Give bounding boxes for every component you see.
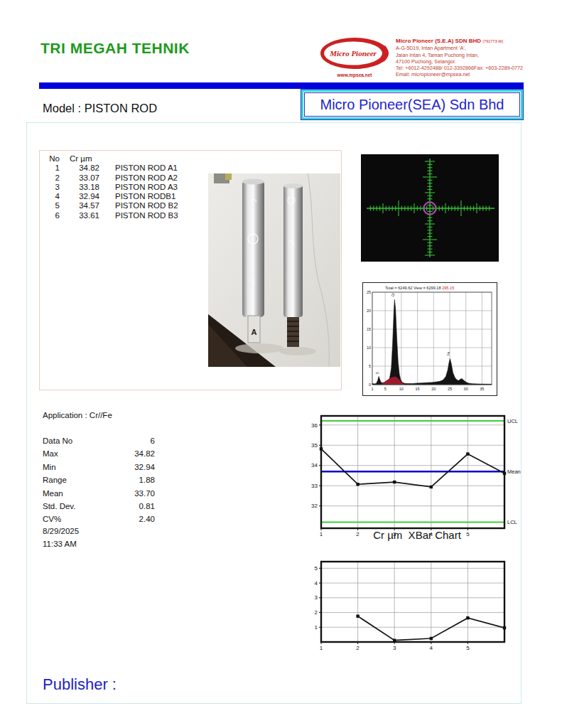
piston-rods-photo: A — [208, 173, 340, 367]
column-header-crum: Cr µm — [67, 154, 99, 164]
svg-text:20: 20 — [367, 309, 371, 313]
svg-text:4: 4 — [315, 580, 318, 587]
stat-row: Mean33.70 — [43, 489, 155, 502]
rod-a-marking: A — [252, 328, 257, 336]
report-page: TRI MEGAH TEHNIK Micro Pioneer www.mpsea… — [0, 0, 562, 728]
svg-text:1: 1 — [315, 624, 318, 631]
table-header-row: No Cr µm — [45, 154, 178, 164]
statistics-block: Data No6Max34.82Min32.94Range1.88Mean33.… — [43, 437, 155, 528]
company-name-text: Micro Pioneer(SEA) Sdn Bhd — [320, 97, 504, 113]
stat-row: Max34.82 — [43, 449, 155, 462]
header-divider-bar — [39, 82, 524, 89]
svg-text:30: 30 — [464, 387, 468, 391]
model-label: Model : PISTON ROD — [43, 102, 157, 115]
measurement-rows: 134.82PISTON ROD A1233.07PISTON ROD A233… — [45, 164, 178, 220]
svg-text:4: 4 — [430, 645, 433, 651]
svg-text:10: 10 — [367, 346, 371, 350]
svg-text:2: 2 — [356, 645, 360, 651]
svg-text:5: 5 — [466, 645, 470, 651]
xbar-chart-title: Cr µm XBar Chart — [328, 529, 506, 541]
svg-text:Total = 6249.62 View = 6299.18: Total = 6249.62 View = 6299.18 295.15 — [385, 286, 454, 290]
svg-text:36: 36 — [311, 422, 318, 429]
stat-row: Min32.94 — [43, 463, 155, 476]
svg-text:2: 2 — [315, 609, 318, 616]
svg-text:UCL: UCL — [507, 418, 518, 424]
address-line: Email: micropioneer@mpsea.net — [396, 71, 531, 77]
table-row: 633.61PISTON ROD B3 — [45, 211, 178, 220]
report-date: 8/29/2025 — [43, 527, 79, 535]
reticle-camera-view — [361, 154, 499, 262]
address-line: A-G-5D19, Intan Apartment 'A', — [396, 45, 531, 51]
address-line: Tel: +6012-4292488/ 012-3392866Fax: +603… — [396, 65, 531, 71]
table-row: 333.18PISTON ROD A3 — [45, 183, 178, 192]
svg-text:3: 3 — [393, 645, 396, 651]
svg-text:35: 35 — [480, 387, 484, 391]
measurement-table: No Cr µm 134.82PISTON ROD A1233.07PISTON… — [45, 154, 178, 220]
logo-text: Micro Pioneer — [329, 49, 377, 58]
report-time: 11:33 AM — [43, 540, 77, 548]
svg-text:5: 5 — [315, 565, 318, 572]
table-row: 134.82PISTON ROD A1 — [45, 164, 178, 173]
svg-text:20: 20 — [431, 387, 436, 391]
column-header-no: No — [45, 154, 60, 164]
svg-text:LCL: LCL — [507, 519, 517, 525]
logo-website: www.mpsea.net — [319, 73, 390, 77]
address-line: Jalan Intan 4, Taman Puchong Intan, — [396, 52, 531, 58]
stat-row: Range1.88 — [43, 476, 155, 488]
svg-text:Fe: Fe — [446, 351, 450, 355]
table-row: 233.07PISTON ROD A2 — [45, 173, 178, 183]
svg-text:25: 25 — [448, 387, 452, 391]
company-title: TRI MEGAH TEHNIK — [40, 40, 190, 57]
svg-text:33: 33 — [311, 483, 318, 489]
stat-row: CV%2.40 — [43, 515, 155, 528]
svg-text:32: 32 — [311, 503, 318, 509]
svg-text:25: 25 — [367, 290, 371, 294]
svg-text:Cr: Cr — [391, 293, 395, 297]
company-name-box: Micro Pioneer(SEA) Sdn Bhd — [301, 90, 523, 119]
svg-text:10: 10 — [399, 387, 404, 391]
company-address: Micro Pioneer (S.E.A) SDN BHD (791773-W)… — [396, 38, 531, 78]
svg-text:35: 35 — [311, 442, 318, 449]
svg-text:1: 1 — [371, 387, 373, 391]
micro-pioneer-logo: Micro Pioneer — [318, 36, 391, 73]
svg-text:3: 3 — [315, 594, 318, 601]
svg-text:1: 1 — [320, 531, 323, 537]
svg-text:15: 15 — [416, 387, 420, 391]
svg-text:5: 5 — [369, 364, 371, 368]
stat-row: Data No6 — [43, 437, 155, 449]
table-row: 534.57PISTON ROD B2 — [45, 201, 178, 210]
xbar-chart-series-line — [321, 449, 504, 487]
spectrum-chart: Total = 6249.62 View = 6299.18 295.15051… — [362, 282, 497, 396]
moving-range-chart: 1234512345 — [310, 557, 531, 651]
address-line: 47100 Puchong, Selangor. — [396, 58, 531, 65]
address-line: Micro Pioneer (S.E.A) SDN BHD (791773-W) — [396, 38, 531, 45]
stat-row: Std. Dev.0.81 — [43, 502, 155, 515]
registration-number: (791773-W) — [482, 39, 503, 43]
svg-text:1: 1 — [320, 645, 323, 651]
svg-text:34: 34 — [311, 462, 318, 469]
table-row: 432.94PISTON RODB1 — [45, 192, 178, 201]
publisher-label: Publisher : — [43, 675, 117, 694]
xbar-chart: 323334353612345UCLLCLMean — [310, 410, 531, 547]
svg-text:5: 5 — [384, 387, 387, 391]
application-label: Application : Cr//Fe — [43, 411, 112, 419]
svg-text:15: 15 — [367, 327, 371, 331]
svg-text:Mean: Mean — [507, 469, 521, 475]
